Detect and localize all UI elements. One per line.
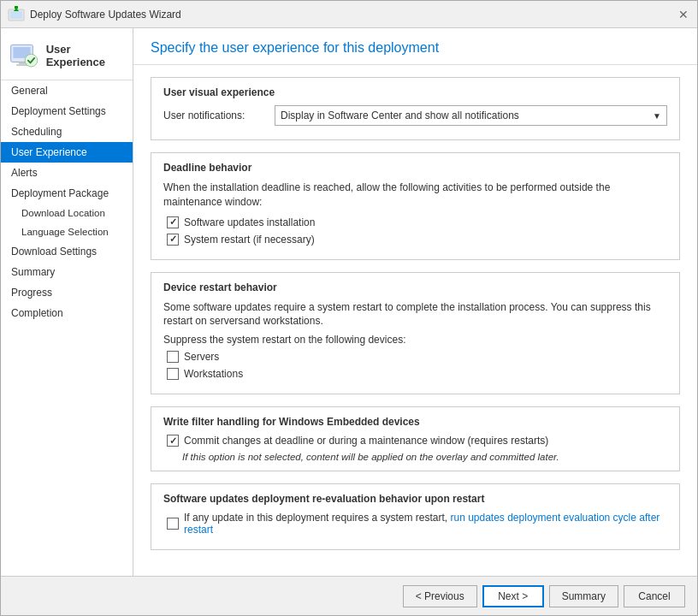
workstations-checkbox[interactable]	[167, 368, 179, 380]
main-content: User visual experience User notification…	[133, 65, 697, 576]
previous-button[interactable]: < Previous	[403, 585, 477, 607]
device-restart-desc-part2: and workstations.	[243, 315, 322, 327]
device-restart-label: Device restart behavior	[163, 281, 667, 293]
commit-changes-checkbox[interactable]	[167, 435, 179, 447]
notifications-dropdown-arrow: ▼	[653, 111, 661, 121]
notifications-dropdown-value: Display in Software Center and show all …	[281, 110, 519, 121]
main-panel: Specify the user experience for this dep…	[133, 28, 697, 576]
suppress-label: Suppress the system restart on the follo…	[163, 334, 667, 346]
device-restart-desc-part1: Some software updates require a system r…	[163, 301, 651, 328]
notifications-dropdown[interactable]: Display in Software Center and show all …	[275, 105, 667, 126]
wizard-icon	[8, 6, 25, 23]
footer: < Previous Next > Summary Cancel	[1, 576, 697, 615]
software-updates-label: Software updates installation	[184, 216, 315, 228]
sidebar-item-deployment-settings[interactable]: Deployment Settings	[1, 101, 133, 121]
sidebar-nav: GeneralDeployment SettingsSchedulingUser…	[1, 80, 133, 323]
servers-checkbox-row: Servers	[163, 351, 667, 363]
deadline-behavior-section: Deadline behavior When the installation …	[151, 152, 680, 260]
window: Deploy Software Updates Wizard ✕ User Ex…	[0, 0, 698, 616]
notifications-row: User notifications: Display in Software …	[163, 105, 667, 126]
sidebar-header: User Experience	[1, 28, 133, 80]
sidebar: User Experience GeneralDeployment Settin…	[1, 28, 133, 576]
sidebar-item-general[interactable]: General	[1, 80, 133, 101]
svg-rect-1	[10, 11, 22, 19]
system-restart-label: System restart (if necessary)	[184, 234, 315, 246]
content-area: User Experience GeneralDeployment Settin…	[1, 28, 697, 576]
sidebar-item-progress[interactable]: Progress	[1, 282, 133, 303]
servers-label: Servers	[184, 351, 219, 363]
sidebar-item-language-selection[interactable]: Language Selection	[1, 222, 133, 241]
commit-changes-checkbox-row: Commit changes at deadline or during a m…	[163, 435, 667, 447]
commit-changes-label: Commit changes at deadline or during a m…	[184, 435, 548, 447]
device-restart-description: Some software updates require a system r…	[163, 300, 667, 329]
sidebar-item-alerts[interactable]: Alerts	[1, 163, 133, 183]
deadline-behavior-label: Deadline behavior	[163, 162, 667, 174]
servers-checkbox[interactable]	[167, 351, 179, 363]
sidebar-item-download-settings[interactable]: Download Settings	[1, 241, 133, 262]
software-reeval-text-part1: If any update in this deployment require…	[184, 512, 450, 524]
software-reeval-label: Software updates deployment re-evaluatio…	[163, 493, 667, 505]
device-restart-section: Device restart behavior Some software up…	[151, 272, 680, 395]
deadline-description: When the installation deadline is reache…	[163, 181, 667, 210]
title-bar: Deploy Software Updates Wizard ✕	[1, 1, 697, 28]
sidebar-item-download-location[interactable]: Download Location	[1, 204, 133, 222]
write-filter-note: If this option is not selected, content …	[163, 452, 667, 462]
sidebar-item-summary[interactable]: Summary	[1, 262, 133, 282]
svg-rect-3	[15, 6, 18, 9]
close-icon[interactable]: ✕	[677, 8, 690, 21]
main-title: Specify the user experience for this dep…	[151, 40, 680, 56]
window-title: Deploy Software Updates Wizard	[30, 9, 677, 21]
software-updates-checkbox[interactable]	[167, 216, 179, 228]
cancel-button[interactable]: Cancel	[624, 585, 685, 607]
notifications-label: User notifications:	[163, 110, 266, 121]
system-restart-checkbox-row: System restart (if necessary)	[163, 234, 667, 246]
write-filter-section: Write filter handling for Windows Embedd…	[151, 406, 680, 471]
workstations-checkbox-row: Workstations	[163, 368, 667, 380]
write-filter-label: Write filter handling for Windows Embedd…	[163, 416, 667, 428]
software-reeval-section: Software updates deployment re-evaluatio…	[151, 483, 680, 550]
sidebar-item-scheduling[interactable]: Scheduling	[1, 121, 133, 142]
main-header: Specify the user experience for this dep…	[133, 28, 697, 65]
software-reeval-checkbox[interactable]	[167, 518, 179, 530]
software-reeval-checkbox-row: If any update in this deployment require…	[163, 512, 667, 536]
workstations-label: Workstations	[184, 368, 243, 380]
sidebar-header-title: User Experience	[46, 43, 126, 68]
system-restart-checkbox[interactable]	[167, 234, 179, 246]
sidebar-item-user-experience[interactable]: User Experience	[1, 142, 133, 163]
software-updates-checkbox-row: Software updates installation	[163, 216, 667, 228]
summary-button[interactable]: Summary	[549, 585, 618, 607]
sidebar-item-deployment-package[interactable]: Deployment Package	[1, 183, 133, 204]
svg-point-8	[25, 54, 38, 67]
sidebar-header-icon	[8, 38, 39, 73]
user-visual-experience-section: User visual experience User notification…	[151, 77, 680, 140]
user-visual-experience-label: User visual experience	[163, 86, 667, 98]
next-button[interactable]: Next >	[482, 585, 544, 607]
sidebar-item-completion[interactable]: Completion	[1, 303, 133, 323]
software-reeval-text: If any update in this deployment require…	[184, 512, 667, 536]
